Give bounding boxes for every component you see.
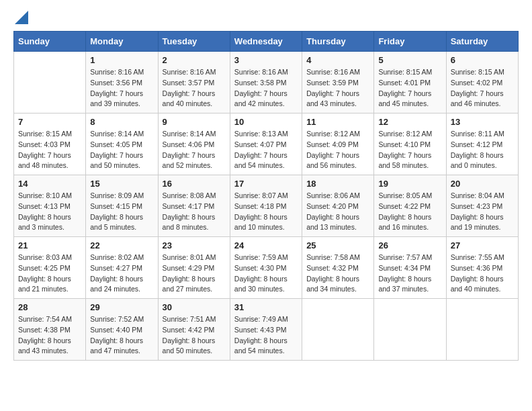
day-info: Sunrise: 8:16 AM Sunset: 3:59 PM Dayligh… [306,67,369,109]
calendar-week-row: 1Sunrise: 8:16 AM Sunset: 3:56 PM Daylig… [14,52,519,113]
day-info: Sunrise: 7:58 AM Sunset: 4:32 PM Dayligh… [306,253,369,295]
day-info: Sunrise: 8:15 AM Sunset: 4:01 PM Dayligh… [378,67,441,109]
day-number: 12 [378,117,441,127]
day-info: Sunrise: 8:14 AM Sunset: 4:05 PM Dayligh… [90,129,153,171]
calendar-cell: 30Sunrise: 7:51 AM Sunset: 4:42 PM Dayli… [158,299,230,361]
day-info: Sunrise: 8:07 AM Sunset: 4:18 PM Dayligh… [234,191,298,233]
calendar-cell [14,52,86,113]
calendar-week-row: 7Sunrise: 8:15 AM Sunset: 4:03 PM Daylig… [14,113,519,175]
day-info: Sunrise: 8:14 AM Sunset: 4:06 PM Dayligh… [163,129,226,171]
calendar-cell [446,299,518,361]
day-info: Sunrise: 7:52 AM Sunset: 4:40 PM Dayligh… [90,314,153,357]
day-info: Sunrise: 8:16 AM Sunset: 3:57 PM Dayligh… [163,67,226,109]
day-number: 20 [451,179,514,189]
day-number: 19 [378,179,441,189]
day-number: 7 [18,117,81,127]
calendar-cell: 2Sunrise: 8:16 AM Sunset: 3:57 PM Daylig… [158,52,230,113]
calendar-cell: 6Sunrise: 8:15 AM Sunset: 4:02 PM Daylig… [446,52,518,113]
calendar-cell: 13Sunrise: 8:11 AM Sunset: 4:12 PM Dayli… [446,113,518,175]
day-info: Sunrise: 8:04 AM Sunset: 4:23 PM Dayligh… [451,191,514,233]
day-number: 21 [18,240,81,250]
calendar-cell: 17Sunrise: 8:07 AM Sunset: 4:18 PM Dayli… [230,175,302,237]
day-info: Sunrise: 8:16 AM Sunset: 3:58 PM Dayligh… [234,67,298,109]
day-number: 16 [163,179,226,189]
day-number: 6 [451,55,514,65]
column-header-wednesday: Wednesday [230,32,302,52]
day-number: 18 [306,179,369,189]
day-number: 5 [378,55,441,65]
calendar-cell: 31Sunrise: 7:49 AM Sunset: 4:43 PM Dayli… [230,299,302,361]
day-number: 22 [90,240,153,250]
calendar-cell: 5Sunrise: 8:15 AM Sunset: 4:01 PM Daylig… [374,52,446,113]
day-info: Sunrise: 8:08 AM Sunset: 4:17 PM Dayligh… [163,191,226,233]
day-info: Sunrise: 8:15 AM Sunset: 4:02 PM Dayligh… [451,67,514,109]
calendar-cell: 22Sunrise: 8:02 AM Sunset: 4:27 PM Dayli… [86,237,158,299]
page-header [13,13,519,24]
day-number: 3 [234,55,298,65]
day-number: 10 [234,117,298,127]
column-header-thursday: Thursday [302,32,374,52]
column-header-friday: Friday [374,32,446,52]
column-header-sunday: Sunday [14,32,86,52]
calendar-cell: 9Sunrise: 8:14 AM Sunset: 4:06 PM Daylig… [158,113,230,175]
day-number: 29 [90,302,153,312]
day-number: 23 [163,240,226,250]
day-info: Sunrise: 8:03 AM Sunset: 4:25 PM Dayligh… [18,253,81,295]
calendar-cell: 21Sunrise: 8:03 AM Sunset: 4:25 PM Dayli… [14,237,86,299]
day-info: Sunrise: 7:55 AM Sunset: 4:36 PM Dayligh… [451,253,514,295]
calendar-cell: 4Sunrise: 8:16 AM Sunset: 3:59 PM Daylig… [302,52,374,113]
day-info: Sunrise: 8:12 AM Sunset: 4:10 PM Dayligh… [378,129,441,171]
calendar-cell: 20Sunrise: 8:04 AM Sunset: 4:23 PM Dayli… [446,175,518,237]
column-header-monday: Monday [86,32,158,52]
day-number: 13 [451,117,514,127]
calendar-cell: 26Sunrise: 7:57 AM Sunset: 4:34 PM Dayli… [374,237,446,299]
day-number: 24 [234,240,298,250]
day-number: 2 [163,55,226,65]
day-info: Sunrise: 8:02 AM Sunset: 4:27 PM Dayligh… [90,253,153,295]
day-info: Sunrise: 8:13 AM Sunset: 4:07 PM Dayligh… [234,129,298,171]
day-number: 14 [18,179,81,189]
calendar-cell: 24Sunrise: 7:59 AM Sunset: 4:30 PM Dayli… [230,237,302,299]
day-info: Sunrise: 7:49 AM Sunset: 4:43 PM Dayligh… [234,314,298,357]
day-info: Sunrise: 7:57 AM Sunset: 4:34 PM Dayligh… [378,253,441,295]
day-number: 27 [451,240,514,250]
day-info: Sunrise: 8:15 AM Sunset: 4:03 PM Dayligh… [18,129,81,171]
day-info: Sunrise: 7:59 AM Sunset: 4:30 PM Dayligh… [234,253,298,295]
column-header-tuesday: Tuesday [158,32,230,52]
day-info: Sunrise: 8:12 AM Sunset: 4:09 PM Dayligh… [306,129,369,171]
day-info: Sunrise: 8:05 AM Sunset: 4:22 PM Dayligh… [378,191,441,233]
day-info: Sunrise: 8:09 AM Sunset: 4:15 PM Dayligh… [90,191,153,233]
day-number: 11 [306,117,369,127]
calendar-cell: 25Sunrise: 7:58 AM Sunset: 4:32 PM Dayli… [302,237,374,299]
calendar-cell: 12Sunrise: 8:12 AM Sunset: 4:10 PM Dayli… [374,113,446,175]
calendar-cell [374,299,446,361]
day-number: 1 [90,55,153,65]
day-number: 8 [90,117,153,127]
calendar-cell: 27Sunrise: 7:55 AM Sunset: 4:36 PM Dayli… [446,237,518,299]
svg-marker-0 [15,11,28,24]
calendar-week-row: 21Sunrise: 8:03 AM Sunset: 4:25 PM Dayli… [14,237,519,299]
day-number: 9 [163,117,226,127]
calendar-week-row: 28Sunrise: 7:54 AM Sunset: 4:38 PM Dayli… [14,299,519,361]
day-number: 25 [306,240,369,250]
calendar-cell: 1Sunrise: 8:16 AM Sunset: 3:56 PM Daylig… [86,52,158,113]
day-number: 28 [18,302,81,312]
day-number: 15 [90,179,153,189]
day-info: Sunrise: 8:06 AM Sunset: 4:20 PM Dayligh… [306,191,369,233]
day-info: Sunrise: 8:11 AM Sunset: 4:12 PM Dayligh… [451,129,514,171]
day-number: 17 [234,179,298,189]
day-number: 31 [234,302,298,312]
day-info: Sunrise: 7:54 AM Sunset: 4:38 PM Dayligh… [18,314,81,357]
calendar-cell: 7Sunrise: 8:15 AM Sunset: 4:03 PM Daylig… [14,113,86,175]
day-number: 30 [163,302,226,312]
calendar-cell: 3Sunrise: 8:16 AM Sunset: 3:58 PM Daylig… [230,52,302,113]
calendar-week-row: 14Sunrise: 8:10 AM Sunset: 4:13 PM Dayli… [14,175,519,237]
day-info: Sunrise: 8:10 AM Sunset: 4:13 PM Dayligh… [18,191,81,233]
calendar-cell: 11Sunrise: 8:12 AM Sunset: 4:09 PM Dayli… [302,113,374,175]
column-header-saturday: Saturday [446,32,518,52]
logo [13,13,28,24]
day-number: 4 [306,55,369,65]
calendar-table: SundayMondayTuesdayWednesdayThursdayFrid… [13,31,519,361]
calendar-cell: 19Sunrise: 8:05 AM Sunset: 4:22 PM Dayli… [374,175,446,237]
calendar-cell: 8Sunrise: 8:14 AM Sunset: 4:05 PM Daylig… [86,113,158,175]
